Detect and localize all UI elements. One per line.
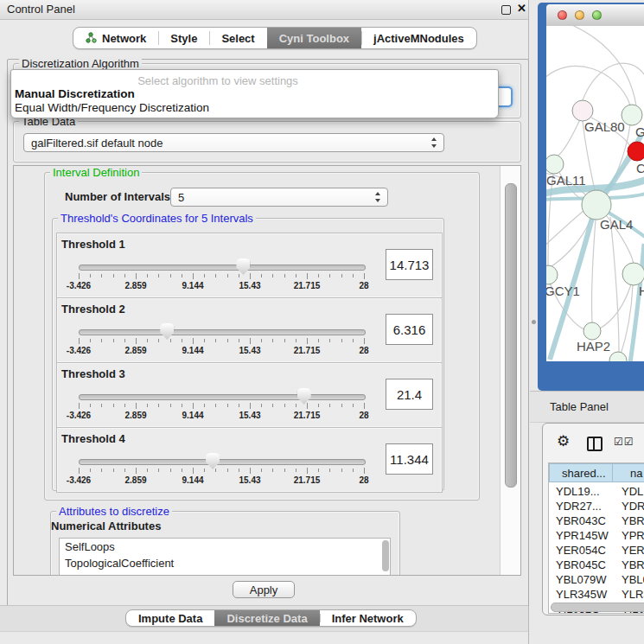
tab-network[interactable]: Network	[73, 28, 158, 48]
splitter-handle[interactable]	[532, 320, 536, 324]
slider-tick	[227, 404, 228, 407]
slider-tick	[170, 404, 171, 407]
network-node-label-gal4: GAL4	[600, 217, 633, 232]
slider-track[interactable]	[79, 265, 366, 271]
network-node-h-partial[interactable]	[622, 263, 644, 285]
table-data-combo[interactable]: galFiltered.sif default node	[23, 133, 444, 152]
slider-tick	[147, 339, 148, 342]
table-cell[interactable]: YDR2	[622, 499, 644, 513]
zoom-traffic-light[interactable]	[592, 10, 602, 20]
tab-style[interactable]: Style	[158, 28, 209, 48]
slider-tick	[250, 468, 251, 474]
slider-tick	[79, 468, 80, 474]
threshold-value-field[interactable]: 14.713	[386, 249, 433, 280]
slider-tick-label: 2.859	[110, 475, 162, 485]
tab-select[interactable]: Select	[209, 28, 266, 48]
columns-icon[interactable]	[587, 437, 603, 451]
numerical-attributes-list[interactable]: SelfLoopsTopologicalCoefficientBetweenne…	[59, 538, 391, 576]
gear-icon[interactable]: ⚙	[557, 434, 570, 449]
numerical-attribute-item[interactable]: TopologicalCoefficient	[60, 555, 390, 571]
table-cell[interactable]: YER0	[622, 543, 644, 558]
numerical-attribute-item[interactable]: BetweennessCentrality	[60, 571, 390, 576]
list-scrollbar-thumb[interactable]	[382, 540, 389, 571]
slider-track[interactable]	[79, 394, 366, 400]
number-of-intervals-combo[interactable]: 5	[170, 188, 388, 207]
tab-impute-data[interactable]: Impute Data	[126, 610, 214, 626]
tab-cyni-toolbox[interactable]: Cyni Toolbox	[267, 28, 361, 48]
table-cell[interactable]: YPR145W	[556, 528, 609, 543]
table-cell[interactable]: YBR0	[622, 558, 644, 572]
close-traffic-light[interactable]	[558, 10, 567, 20]
table-cell[interactable]: YBR043C	[556, 513, 606, 528]
network-node-gal80[interactable]	[572, 100, 593, 121]
table-cell[interactable]: YLR345W	[556, 587, 607, 602]
table-cell[interactable]: YPR1	[622, 528, 644, 543]
table-cell[interactable]: YLR3	[622, 587, 644, 602]
checkbox-icons[interactable]: ☑☑	[614, 436, 634, 448]
slider-tick	[329, 469, 330, 472]
network-window-titlebar[interactable]	[546, 4, 644, 27]
table-cell[interactable]: YBR0	[622, 513, 644, 528]
slider-tick	[261, 404, 262, 407]
slider-tick-label: 15.43	[224, 281, 276, 290]
numerical-attribute-item[interactable]: SelfLoops	[60, 539, 390, 555]
tab-discretize-data[interactable]: Discretize Data	[214, 610, 319, 626]
dropdown-option-manual-discretization[interactable]: Manual Discretization	[15, 87, 135, 100]
dropdown-option-equal-width-frequency-discretization[interactable]: Equal Width/Frequency Discretization	[15, 101, 209, 114]
table-cell[interactable]: YBL0	[622, 572, 644, 587]
slider-tick	[318, 469, 319, 472]
slider-tick-label: 28	[338, 281, 390, 290]
checkbox-icon[interactable]: ☑	[614, 436, 624, 448]
slider-tick	[329, 274, 330, 277]
slider-tick	[101, 339, 102, 342]
slider-tick	[158, 404, 159, 407]
network-node-bottom-partial[interactable]	[609, 352, 627, 361]
minimize-traffic-light[interactable]	[575, 10, 584, 20]
apply-button[interactable]: Apply	[233, 581, 295, 598]
slider-thumb[interactable]	[160, 323, 174, 340]
slider-tick	[147, 274, 148, 277]
table-cell[interactable]: YER054C	[556, 543, 606, 558]
slider-track[interactable]	[79, 329, 366, 335]
slider-track[interactable]	[79, 459, 366, 465]
tab-jactivemnodules[interactable]: jActiveMNodules	[361, 28, 476, 48]
threshold-value-field[interactable]: 21.4	[386, 379, 433, 410]
slider-tick-label: 2.859	[110, 281, 162, 290]
threshold-value-field[interactable]: 6.316	[386, 314, 433, 345]
slider-thumb[interactable]	[236, 258, 250, 275]
threshold-value-field[interactable]: 11.344	[386, 443, 433, 475]
table-cell[interactable]: YDR27...	[556, 499, 602, 513]
checkbox-icon[interactable]: ☑	[624, 436, 634, 448]
panel-scrollbar-thumb[interactable]	[505, 183, 517, 488]
slider-thumb[interactable]	[206, 453, 220, 469]
network-view-window: GAL80GACGAL11GAL4GCY1HHAP2	[538, 3, 644, 391]
table-cell[interactable]: YBR045C	[556, 558, 606, 572]
network-node-hap2[interactable]	[583, 322, 601, 340]
slider-tick	[113, 339, 114, 342]
network-node-label-red-node: C	[636, 161, 644, 175]
network-node-label-gal11: GAL11	[546, 173, 586, 188]
panel-scrollbar-track[interactable]	[500, 166, 520, 575]
tab-infer-network[interactable]: Infer Network	[320, 610, 416, 626]
network-node-red-node[interactable]	[628, 142, 644, 161]
slider-tick	[318, 274, 319, 277]
table-cell[interactable]: YDL19...	[556, 484, 600, 499]
network-node-gal4[interactable]	[582, 190, 611, 220]
network-node-gcy1[interactable]	[546, 265, 558, 284]
slider-tick	[296, 274, 296, 277]
table-cell[interactable]: YDL1	[622, 484, 644, 499]
table-panel-header: Table Panel	[530, 391, 644, 423]
tab-label-discretize-data: Discretize Data	[226, 612, 307, 625]
float-window-icon[interactable]	[501, 5, 511, 15]
slider-thumb[interactable]	[297, 388, 311, 405]
network-node-gal11[interactable]	[546, 155, 564, 174]
slider-tick-label: 15.43	[224, 346, 276, 355]
table-header-shared[interactable]: shared...	[549, 463, 613, 482]
table-cell[interactable]: YBL079W	[556, 572, 607, 587]
network-canvas[interactable]: GAL80GACGAL11GAL4GCY1HHAP2	[546, 26, 644, 361]
network-node-label-hap2: HAP2	[577, 339, 610, 354]
table-hscrollbar-thumb[interactable]	[551, 603, 644, 612]
algorithm-group-title: Discretization Algorithm	[19, 57, 142, 70]
table-header-na[interactable]: na	[612, 463, 644, 482]
close-icon[interactable]: ✕	[517, 2, 526, 15]
